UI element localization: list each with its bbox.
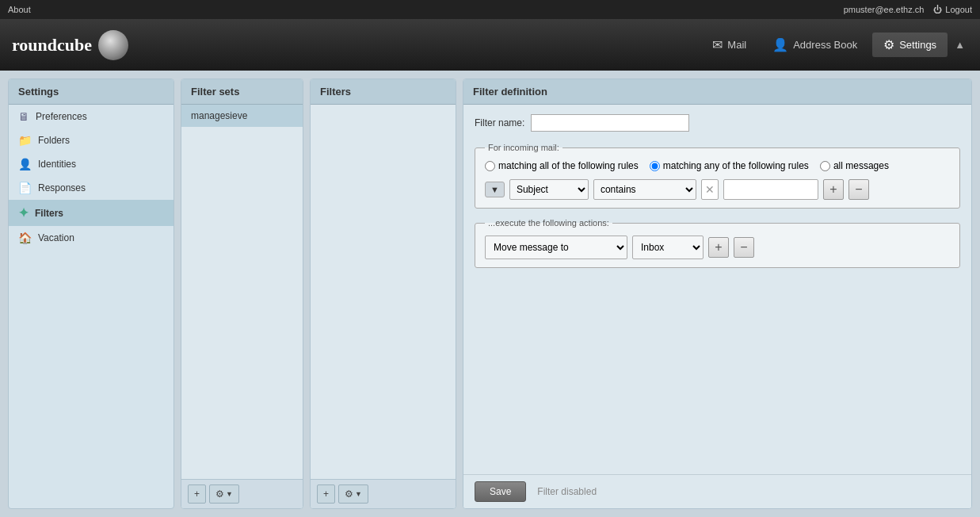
matching-all-label[interactable]: matching all of the following rules — [485, 160, 639, 171]
nav-address-book[interactable]: 👤 Address Book — [761, 33, 868, 57]
condition-arrow-button[interactable]: ▼ — [485, 182, 505, 197]
logo-text: roundcube — [12, 35, 92, 56]
filters-gear-button[interactable]: ⚙▼ — [338, 484, 368, 504]
action-remove-button[interactable]: − — [734, 237, 754, 258]
all-messages-radio[interactable] — [820, 161, 830, 171]
actions-fieldset: ...execute the following actions: Move m… — [475, 218, 960, 268]
sidebar-item-label: Identities — [38, 159, 76, 170]
nav: ✉ Mail 👤 Address Book ⚙ Settings ▲ — [701, 33, 968, 57]
sidebar-item-label: Vacation — [38, 232, 74, 243]
logo: roundcube — [12, 30, 128, 60]
folders-icon: 📁 — [18, 134, 32, 147]
filters-icon: ✦ — [18, 205, 29, 220]
filter-definition-title: Filter definition — [463, 79, 971, 105]
filters-panel: Filters + ⚙▼ — [310, 79, 456, 509]
filter-sets-content: managesieve — [181, 105, 303, 479]
condition-value-wrapper: ✕ — [701, 179, 719, 200]
condition-row: ▼ Subject From To CC Size Body contains … — [485, 179, 950, 200]
filter-sets-panel: Filter sets managesieve + ⚙▼ — [181, 79, 303, 509]
actions-legend: ...execute the following actions: — [485, 218, 612, 228]
responses-icon: 📄 — [18, 182, 32, 194]
settings-icon: ⚙ — [883, 37, 894, 52]
save-bar: Save Filter disabled — [463, 474, 971, 508]
filter-set-item[interactable]: managesieve — [181, 105, 303, 127]
sidebar-item-label: Folders — [38, 135, 70, 146]
filter-status: Filter disabled — [537, 486, 597, 497]
condition-operator-select[interactable]: contains doesn't contain is is not begin… — [593, 179, 696, 200]
filter-definition-panel: Filter definition Filter name: For incom… — [463, 79, 972, 509]
matching-options-row: matching all of the following rules matc… — [485, 160, 950, 171]
filters-footer: + ⚙▼ — [311, 479, 456, 508]
action-type-select[interactable]: Move message to Copy message to Delete M… — [485, 236, 627, 259]
power-icon: ⏻ — [933, 5, 942, 14]
nav-expand-button[interactable]: ▲ — [951, 33, 968, 57]
filter-sets-add-button[interactable]: + — [188, 484, 206, 504]
main-area: Settings 🖥 Preferences 📁 Folders 👤 Ident… — [0, 71, 980, 517]
incoming-mail-legend: For incoming mail: — [485, 143, 562, 152]
sidebar-item-identities[interactable]: 👤 Identities — [9, 152, 174, 176]
logo-ball — [98, 30, 128, 60]
incoming-mail-fieldset: For incoming mail: matching all of the f… — [475, 143, 960, 209]
sidebar-title: Settings — [9, 79, 174, 105]
sidebar-item-label: Filters — [35, 208, 63, 219]
filters-title: Filters — [311, 79, 456, 105]
logout-button[interactable]: ⏻ Logout — [933, 5, 972, 14]
save-button[interactable]: Save — [475, 481, 526, 502]
sidebar-item-folders[interactable]: 📁 Folders — [9, 128, 174, 152]
sidebar: Settings 🖥 Preferences 📁 Folders 👤 Ident… — [8, 79, 174, 509]
filter-name-row: Filter name: — [475, 114, 960, 132]
condition-value-input[interactable] — [723, 179, 818, 200]
all-messages-label[interactable]: all messages — [820, 160, 889, 171]
header: roundcube ✉ Mail 👤 Address Book ⚙ Settin… — [0, 19, 980, 71]
sidebar-item-preferences[interactable]: 🖥 Preferences — [9, 105, 174, 128]
identities-icon: 👤 — [18, 158, 32, 170]
topbar: About pmuster@ee.ethz.ch ⏻ Logout — [0, 0, 980, 19]
action-add-button[interactable]: + — [708, 237, 729, 258]
vacation-icon: 🏠 — [18, 232, 32, 244]
filter-name-input[interactable] — [531, 114, 689, 132]
filters-add-button[interactable]: + — [317, 484, 335, 504]
condition-clear-icon[interactable]: ✕ — [705, 183, 715, 196]
condition-add-button[interactable]: + — [823, 179, 844, 200]
filter-sets-gear-button[interactable]: ⚙▼ — [209, 484, 239, 504]
user-email: pmuster@ee.ethz.ch — [844, 5, 925, 14]
preferences-icon: 🖥 — [18, 110, 29, 123]
condition-remove-button[interactable]: − — [848, 179, 869, 200]
about-link[interactable]: About — [8, 5, 31, 14]
sidebar-item-label: Preferences — [36, 111, 87, 122]
nav-mail[interactable]: ✉ Mail — [701, 33, 757, 57]
matching-all-radio[interactable] — [485, 161, 495, 171]
nav-settings[interactable]: ⚙ Settings — [872, 33, 948, 57]
filters-content — [311, 105, 456, 479]
sidebar-item-responses[interactable]: 📄 Responses — [9, 176, 174, 200]
addressbook-icon: 👤 — [772, 37, 788, 52]
condition-field-select[interactable]: Subject From To CC Size Body — [509, 179, 589, 200]
filter-sets-footer: + ⚙▼ — [181, 479, 303, 508]
sidebar-item-vacation[interactable]: 🏠 Vacation — [9, 226, 174, 250]
filter-name-label: Filter name: — [475, 117, 524, 128]
action-destination-select[interactable]: Inbox Drafts Sent Trash Junk — [632, 236, 704, 259]
mail-icon: ✉ — [712, 37, 723, 52]
matching-any-label[interactable]: matching any of the following rules — [650, 160, 809, 171]
sidebar-item-label: Responses — [38, 182, 86, 193]
filter-definition-content: Filter name: For incoming mail: matching… — [463, 105, 971, 474]
action-row: Move message to Copy message to Delete M… — [485, 236, 950, 259]
filter-sets-title: Filter sets — [181, 79, 303, 105]
matching-any-radio[interactable] — [650, 161, 660, 171]
sidebar-item-filters[interactable]: ✦ Filters — [9, 200, 174, 226]
